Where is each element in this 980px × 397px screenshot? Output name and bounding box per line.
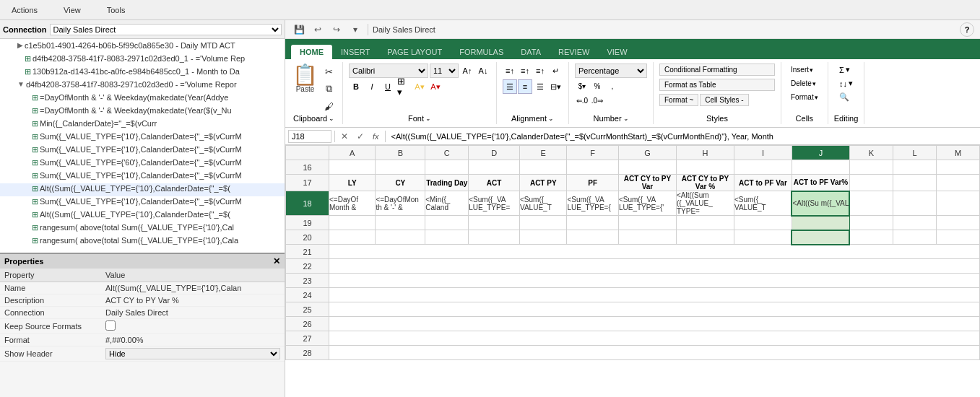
tree-item-15[interactable]: ⊞ rangesum( above(total Sum({_VALUE_TYPE… [0, 235, 285, 248]
tree-item-3[interactable]: ▼ d4fb4208-3758-41f7-8083-2971c02d3ed0 -… [0, 79, 285, 92]
cell-b20[interactable] [376, 230, 425, 245]
tree-item-6[interactable]: ⊞ Min({_CalanderDate}="_=$(vCurr [0, 118, 285, 131]
cell-l20[interactable] [893, 230, 936, 245]
prop-value-showheader[interactable]: Hide Show [101, 346, 285, 362]
cell-a16[interactable] [329, 160, 376, 175]
increase-font-btn[interactable]: A↑ [460, 64, 474, 78]
tree-item-4[interactable]: ⊞ =DayOfMonth & '-' & Weekday(makedate(Y… [0, 92, 285, 105]
col-header-a[interactable]: A [329, 146, 376, 160]
tree-item-9[interactable]: ⊞ Sum({_VALUE_TYPE={'60'},CalanderDate={… [0, 157, 285, 170]
tree-item-10[interactable]: ⊞ Sum({_VALUE_TYPE={'10'},CalanderDate={… [0, 170, 285, 183]
col-header-i[interactable]: I [734, 146, 792, 160]
cell-c18[interactable]: <Min({_ Caland [425, 191, 469, 216]
show-header-select[interactable]: Hide Show [105, 348, 280, 359]
tab-insert[interactable]: INSERT [332, 45, 378, 59]
wrap-text-btn[interactable]: ↵ [548, 64, 563, 78]
tab-formulas[interactable]: FORMULAS [451, 45, 512, 59]
cell-b18[interactable]: <=DayOfMon th & '-' & [376, 191, 425, 216]
fx-icon[interactable]: fx [370, 132, 382, 141]
border-button[interactable]: ⊞ ▾ [396, 79, 411, 94]
col-header-f[interactable]: F [567, 146, 618, 160]
cell-a26[interactable] [329, 317, 980, 331]
cell-a21[interactable] [329, 245, 980, 259]
dollar-btn[interactable]: $▾ [575, 79, 589, 92]
tree-item-0[interactable]: ▶ c1e5b01-4901-4264-b06b-5f99c0a865e30 -… [0, 40, 285, 53]
copy-button[interactable]: ⧉ [321, 81, 337, 97]
cell-c20[interactable] [425, 230, 469, 245]
properties-close-btn[interactable]: ✕ [273, 256, 280, 266]
increase-decimal-btn[interactable]: ⇐.0 [575, 94, 589, 107]
cell-a23[interactable] [329, 274, 980, 288]
tab-home[interactable]: HOME [291, 45, 332, 59]
italic-button[interactable]: I [365, 79, 379, 94]
cell-l18[interactable] [893, 191, 936, 216]
delete-dropdown-icon[interactable]: ▾ [812, 80, 816, 87]
cell-a27[interactable] [329, 331, 980, 346]
col-header-l[interactable]: L [893, 146, 936, 160]
cell-c16[interactable] [425, 160, 469, 175]
row-header-20[interactable]: 20 [286, 230, 329, 245]
cell-i16[interactable] [734, 160, 792, 175]
col-header-d[interactable]: D [469, 146, 520, 160]
cell-e20[interactable] [520, 230, 567, 245]
cell-a25[interactable] [329, 302, 980, 317]
tab-review[interactable]: REVIEW [550, 45, 598, 59]
clipboard-expand-icon[interactable]: ⌄ [329, 115, 334, 122]
tree-item-2[interactable]: ⊞ 130b912a-d143-41bc-a0fc-e984b6485cc0_1… [0, 66, 285, 79]
sort-filter-btn[interactable]: ↕↓ ▾ [836, 77, 856, 90]
font-name-select[interactable]: Calibri [349, 64, 428, 78]
tree-item-7[interactable]: ⊞ Sum({_VALUE_TYPE={'10'},CalanderDate={… [0, 131, 285, 144]
cell-styles-btn[interactable]: Cell Styles - [700, 94, 748, 106]
fill-color-button[interactable]: A▾ [412, 79, 427, 94]
percent-btn[interactable]: % [590, 79, 604, 92]
conditional-formatting-btn[interactable]: Conditional Formatting [659, 64, 775, 76]
cell-b17[interactable]: CY [376, 175, 425, 191]
cell-k16[interactable] [849, 160, 893, 175]
row-header-21[interactable]: 21 [286, 245, 329, 259]
undo-icon[interactable]: ↩ [310, 22, 326, 37]
cell-a18[interactable]: <=DayOf Month & [329, 191, 376, 216]
row-header-23[interactable]: 23 [286, 274, 329, 288]
save-icon[interactable]: 💾 [291, 22, 307, 37]
cell-e18[interactable]: <Sum({_ VALUE_T [520, 191, 567, 216]
comma-btn[interactable]: , [605, 79, 620, 92]
cell-f19[interactable] [567, 216, 618, 230]
insert-dropdown-icon[interactable]: ▾ [810, 66, 813, 74]
font-color-button[interactable]: A▾ [428, 79, 443, 94]
cell-h17[interactable]: ACT CY to PY Var % [676, 175, 734, 191]
cell-c17[interactable]: Trading Day [425, 175, 469, 191]
cell-d17[interactable]: ACT [469, 175, 520, 191]
row-header-24[interactable]: 24 [286, 288, 329, 302]
cell-a17[interactable]: LY [329, 175, 376, 191]
cell-m18[interactable] [936, 191, 979, 216]
cell-m16[interactable] [936, 160, 979, 175]
cell-a20[interactable] [329, 230, 376, 245]
col-header-g[interactable]: G [618, 146, 676, 160]
align-top-center[interactable]: ≡↑ [518, 64, 532, 78]
cell-i19[interactable] [734, 216, 792, 230]
number-expand-icon[interactable]: ⌄ [623, 115, 629, 122]
row-header-19[interactable]: 19 [286, 216, 329, 230]
cell-k17[interactable] [849, 175, 893, 191]
cell-l19[interactable] [893, 216, 936, 230]
cell-a22[interactable] [329, 259, 980, 274]
top-bar-tools[interactable]: Tools [101, 3, 131, 17]
format-cells-btn[interactable]: Format ▾ [787, 91, 822, 103]
cell-d19[interactable] [469, 216, 520, 230]
format-dropdown-btn[interactable]: Format ~ [659, 94, 698, 106]
grid-scroll-container[interactable]: A B C D E F G H I J K L M [285, 145, 980, 397]
cell-a28[interactable] [329, 346, 980, 360]
align-left-btn[interactable]: ☰ [503, 79, 517, 94]
row-header-26[interactable]: 26 [286, 317, 329, 331]
cell-h19[interactable] [676, 216, 734, 230]
align-center-btn[interactable]: ≡ [518, 79, 532, 94]
cell-j18[interactable]: <Alt((Su m({_VAL [792, 191, 849, 216]
cell-m19[interactable] [936, 216, 979, 230]
cut-button[interactable]: ✂ [321, 64, 337, 79]
cell-a24[interactable] [329, 288, 980, 302]
cell-l16[interactable] [893, 160, 936, 175]
tab-view[interactable]: VIEW [598, 45, 636, 59]
cell-d18[interactable]: <Sum({_VA LUE_TYPE= [469, 191, 520, 216]
cell-reference-input[interactable] [288, 130, 331, 143]
tab-data[interactable]: DATA [512, 45, 550, 59]
